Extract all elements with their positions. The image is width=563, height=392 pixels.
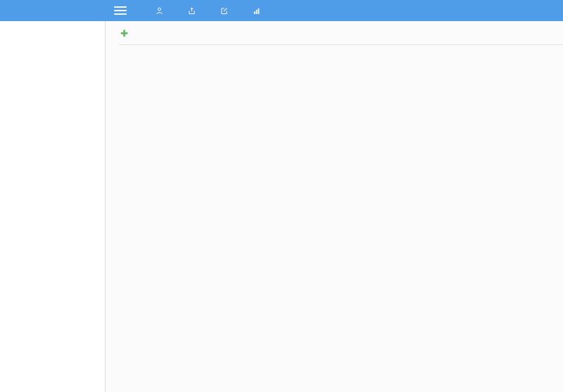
workflow-icon xyxy=(187,6,196,15)
nav-crm-system[interactable] xyxy=(252,6,265,15)
form-table-top xyxy=(119,44,563,45)
main-content: ✚ xyxy=(106,21,563,392)
sidebar xyxy=(0,21,106,392)
add-icon: ✚ xyxy=(120,28,128,39)
training-plan-form xyxy=(119,44,563,45)
page-title: ✚ xyxy=(120,28,563,39)
top-bar xyxy=(0,0,563,21)
menu-icon[interactable] xyxy=(114,4,127,17)
top-nav xyxy=(145,6,301,15)
nav-group-approval[interactable] xyxy=(220,6,232,15)
edit-icon xyxy=(220,6,229,15)
bar-chart-icon xyxy=(252,6,261,15)
nav-personal-office[interactable] xyxy=(155,6,167,15)
user-icon xyxy=(155,6,164,15)
nav-workflow-approval[interactable] xyxy=(187,6,200,15)
